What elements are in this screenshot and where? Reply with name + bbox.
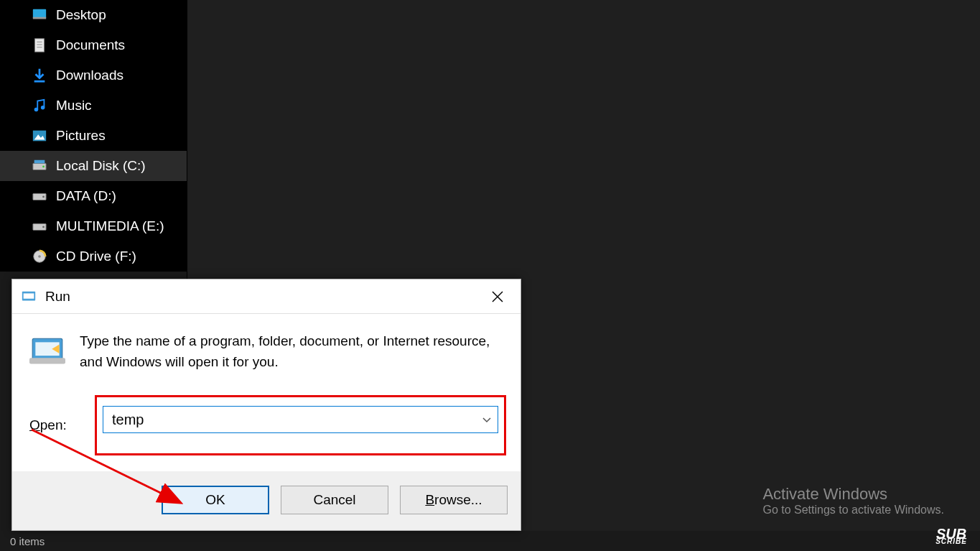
- sidebar-item-pictures[interactable]: Pictures: [0, 121, 187, 151]
- desktop-icon: [32, 7, 47, 23]
- sidebar-item-label: Local Disk (C:): [56, 158, 146, 174]
- open-label: Open:: [29, 417, 83, 433]
- run-title: Run: [45, 289, 483, 305]
- cd-icon: [32, 249, 47, 264]
- watermark-title: Activate Windows: [762, 485, 944, 504]
- sidebar-item-documents[interactable]: Documents: [0, 30, 187, 60]
- sidebar-item-downloads[interactable]: Downloads: [0, 60, 187, 91]
- sidebar-item-label: Desktop: [56, 7, 106, 23]
- downloads-icon: [32, 68, 47, 83]
- sidebar-item-label: Pictures: [56, 128, 106, 144]
- run-titlebar[interactable]: Run: [12, 279, 521, 314]
- sidebar-item-label: DATA (D:): [56, 188, 116, 204]
- activate-windows-watermark: Activate Windows Go to Settings to activ…: [762, 485, 944, 517]
- chevron-down-icon[interactable]: [476, 415, 498, 425]
- svg-point-8: [41, 106, 45, 110]
- browse-button[interactable]: Browse...: [400, 486, 508, 514]
- sidebar-item-desktop[interactable]: Desktop: [0, 0, 187, 30]
- sidebar-item-multimedia-e[interactable]: MULTIMEDIA (E:): [0, 211, 187, 241]
- close-button[interactable]: [483, 282, 512, 311]
- svg-rect-2: [35, 39, 45, 52]
- status-bar: 0 items: [0, 531, 980, 551]
- run-body: Type the name of a program, folder, docu…: [12, 314, 521, 386]
- subscribe-badge: SUB SCRIBE: [935, 529, 967, 544]
- pictures-icon: [32, 128, 47, 144]
- run-open-row: Open:: [12, 389, 521, 461]
- sidebar-item-label: MULTIMEDIA (E:): [56, 218, 164, 234]
- sidebar-item-music[interactable]: Music: [0, 91, 187, 121]
- svg-point-12: [42, 166, 45, 168]
- sidebar-item-label: CD Drive (F:): [56, 249, 136, 264]
- svg-point-19: [38, 255, 41, 258]
- cancel-button[interactable]: Cancel: [281, 486, 388, 514]
- run-title-icon: [21, 289, 37, 305]
- explorer-sidebar: Desktop Documents Downloads Music Pictur…: [0, 0, 187, 272]
- run-footer: OK Cancel Browse...: [12, 471, 521, 530]
- subscribe-bottom: SCRIBE: [935, 539, 967, 544]
- documents-icon: [32, 37, 47, 53]
- svg-point-17: [42, 226, 45, 228]
- sidebar-item-label: Downloads: [56, 68, 123, 83]
- svg-point-15: [42, 196, 45, 198]
- drive-icon: [32, 218, 47, 234]
- drive-icon: [32, 158, 47, 174]
- drive-icon: [32, 188, 47, 204]
- run-dialog: Run Type the name of a program, folder, …: [11, 279, 521, 531]
- ok-button[interactable]: OK: [162, 486, 269, 514]
- sidebar-item-label: Music: [56, 98, 92, 114]
- run-input[interactable]: [103, 409, 476, 431]
- sidebar-item-cd-drive-f[interactable]: CD Drive (F:): [0, 241, 187, 272]
- run-program-icon: [29, 335, 65, 369]
- svg-rect-0: [33, 9, 46, 19]
- status-text: 0 items: [10, 535, 45, 547]
- highlight-annotation: [95, 395, 506, 455]
- svg-rect-26: [29, 358, 65, 364]
- svg-point-7: [34, 108, 39, 112]
- run-combobox[interactable]: [103, 406, 498, 433]
- watermark-sub: Go to Settings to activate Windows.: [762, 504, 944, 517]
- svg-rect-13: [34, 160, 45, 164]
- sidebar-item-local-disk-c[interactable]: Local Disk (C:): [0, 151, 187, 181]
- sidebar-item-data-d[interactable]: DATA (D:): [0, 181, 187, 211]
- sidebar-item-label: Documents: [56, 37, 125, 53]
- run-description: Type the name of a program, folder, docu…: [80, 331, 503, 372]
- music-icon: [32, 98, 47, 114]
- svg-rect-1: [33, 17, 46, 19]
- svg-rect-21: [24, 293, 34, 298]
